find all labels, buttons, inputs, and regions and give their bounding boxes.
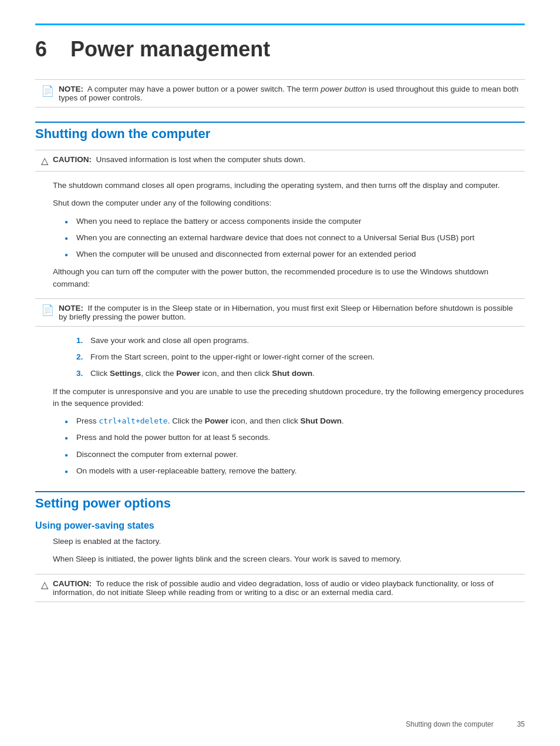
chapter-number: 6 (35, 37, 47, 61)
section1-content: The shutdown command closes all open pro… (53, 180, 525, 290)
para-sleep-2: When Sleep is initiated, the power light… (53, 553, 525, 565)
bullets-conditions: When you need to replace the battery or … (76, 216, 525, 261)
list-item: Press and hold the power button for at l… (76, 432, 525, 443)
note-icon-2: 📄 (41, 304, 54, 317)
caution-box-1: △ CAUTION: Unsaved information is lost w… (35, 150, 525, 172)
para-emergency: If the computer is unresponsive and you … (53, 386, 525, 410)
kbd-ctrl-alt-del: ctrl+alt+delete (99, 416, 167, 425)
caution-text-1: CAUTION: Unsaved information is lost whe… (53, 155, 305, 164)
step-text-2: From the Start screen, point to the uppe… (90, 351, 375, 363)
step-number-2: 2. (76, 351, 86, 363)
para-shutdown-2: Shut down the computer under any of the … (53, 197, 525, 209)
para-sleep-1: Sleep is enabled at the factory. (53, 536, 525, 547)
step-number-3: 3. (76, 368, 86, 379)
caution-icon-1: △ (41, 155, 48, 166)
section-power-options-title: Setting power options (35, 491, 525, 511)
list-item: Press ctrl+alt+delete. Click the Power i… (76, 415, 525, 427)
list-item: When you are connecting an external hard… (76, 232, 525, 244)
step-text-3: Click Settings, click the Power icon, an… (90, 368, 315, 379)
note-text-2: NOTE: If the computer is in the Sleep st… (59, 304, 519, 321)
caution-box-2: △ CAUTION: To reduce the risk of possibl… (35, 574, 525, 602)
list-item: 1. Save your work and close all open pro… (76, 335, 525, 347)
chapter-title: 6 Power management (35, 37, 525, 62)
note-text-1: NOTE: A computer may have a power button… (59, 85, 519, 102)
caution-icon-2: △ (41, 579, 48, 590)
caution-text-2: CAUTION: To reduce the risk of possible … (53, 579, 519, 597)
top-rule (35, 23, 525, 25)
bullets-emergency: Press ctrl+alt+delete. Click the Power i… (76, 415, 525, 477)
footer-section-label: Shutting down the computer (406, 720, 493, 728)
page-footer: Shutting down the computer 35 (406, 720, 525, 728)
shutdown-steps: 1. Save your work and close all open pro… (76, 335, 525, 380)
para-shutdown-3: Although you can turn off the computer w… (53, 266, 525, 290)
subsection-power-saving-title: Using power-saving states (35, 520, 525, 531)
list-item: 2. From the Start screen, point to the u… (76, 351, 525, 363)
step-text-1: Save your work and close all open progra… (90, 335, 249, 347)
section-shutting-down-title: Shutting down the computer (35, 122, 525, 142)
list-item: On models with a user-replaceable batter… (76, 465, 525, 477)
list-item: When you need to replace the battery or … (76, 216, 525, 227)
para-shutdown-1: The shutdown command closes all open pro… (53, 180, 525, 191)
list-item: When the computer will be unused and dis… (76, 248, 525, 260)
steps-content: 1. Save your work and close all open pro… (53, 335, 525, 477)
list-item: 3. Click Settings, click the Power icon,… (76, 368, 525, 379)
list-item: Disconnect the computer from external po… (76, 449, 525, 461)
power-saving-content: Sleep is enabled at the factory. When Sl… (53, 536, 525, 566)
note-box-2: 📄 NOTE: If the computer is in the Sleep … (35, 298, 525, 327)
step-number-1: 1. (76, 335, 86, 347)
note-box-1: 📄 NOTE: A computer may have a power butt… (35, 79, 525, 107)
footer-page-number: 35 (517, 720, 525, 728)
note-icon-1: 📄 (41, 85, 54, 98)
chapter-title-text: Power management (70, 37, 270, 61)
